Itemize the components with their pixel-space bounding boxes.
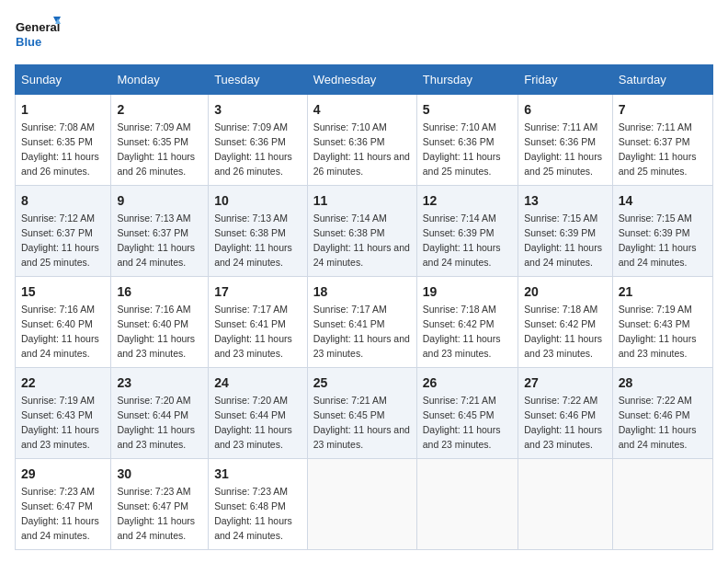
- day-cell: 12Sunrise: 7:14 AMSunset: 6:39 PMDayligh…: [416, 186, 518, 277]
- day-info: Sunrise: 7:16 AMSunset: 6:40 PMDaylight:…: [21, 304, 99, 359]
- day-number: 17: [214, 282, 301, 301]
- day-info: Sunrise: 7:22 AMSunset: 6:46 PMDaylight:…: [524, 395, 602, 450]
- day-number: 13: [524, 191, 606, 210]
- day-number: 31: [214, 465, 301, 483]
- day-number: 19: [423, 282, 512, 301]
- day-number: 10: [214, 191, 301, 210]
- calendar-table: SundayMondayTuesdayWednesdayThursdayFrid…: [15, 64, 713, 550]
- day-info: Sunrise: 7:10 AMSunset: 6:36 PMDaylight:…: [423, 121, 501, 177]
- day-cell: 9Sunrise: 7:13 AMSunset: 6:37 PMDaylight…: [111, 186, 209, 277]
- day-cell: 27Sunrise: 7:22 AMSunset: 6:46 PMDayligh…: [518, 368, 612, 459]
- day-cell: [518, 459, 612, 550]
- day-cell: 28Sunrise: 7:22 AMSunset: 6:46 PMDayligh…: [612, 368, 712, 459]
- day-cell: 5Sunrise: 7:10 AMSunset: 6:36 PMDaylight…: [416, 95, 518, 186]
- day-number: 3: [214, 100, 301, 119]
- day-info: Sunrise: 7:18 AMSunset: 6:42 PMDaylight:…: [423, 304, 501, 359]
- day-number: 26: [423, 373, 512, 392]
- day-info: Sunrise: 7:21 AMSunset: 6:45 PMDaylight:…: [313, 395, 410, 450]
- col-header-monday: Monday: [111, 65, 209, 95]
- day-number: 30: [117, 465, 202, 483]
- day-cell: [307, 459, 416, 550]
- day-cell: 23Sunrise: 7:20 AMSunset: 6:44 PMDayligh…: [111, 368, 209, 459]
- day-info: Sunrise: 7:09 AMSunset: 6:36 PMDaylight:…: [214, 121, 292, 177]
- week-row-2: 8Sunrise: 7:12 AMSunset: 6:37 PMDaylight…: [16, 186, 713, 277]
- day-info: Sunrise: 7:23 AMSunset: 6:47 PMDaylight:…: [21, 486, 99, 541]
- day-info: Sunrise: 7:10 AMSunset: 6:36 PMDaylight:…: [313, 121, 410, 177]
- day-cell: 15Sunrise: 7:16 AMSunset: 6:40 PMDayligh…: [16, 277, 111, 368]
- day-info: Sunrise: 7:14 AMSunset: 6:38 PMDaylight:…: [313, 213, 410, 268]
- day-number: 21: [619, 282, 707, 301]
- day-cell: 18Sunrise: 7:17 AMSunset: 6:41 PMDayligh…: [307, 277, 416, 368]
- day-cell: [416, 459, 518, 550]
- day-info: Sunrise: 7:18 AMSunset: 6:42 PMDaylight:…: [524, 304, 602, 359]
- col-header-friday: Friday: [518, 65, 612, 95]
- day-info: Sunrise: 7:14 AMSunset: 6:39 PMDaylight:…: [423, 213, 501, 268]
- day-cell: 6Sunrise: 7:11 AMSunset: 6:36 PMDaylight…: [518, 95, 612, 186]
- day-cell: 8Sunrise: 7:12 AMSunset: 6:37 PMDaylight…: [16, 186, 111, 277]
- day-cell: 16Sunrise: 7:16 AMSunset: 6:40 PMDayligh…: [111, 277, 209, 368]
- day-cell: 19Sunrise: 7:18 AMSunset: 6:42 PMDayligh…: [416, 277, 518, 368]
- day-cell: [612, 459, 712, 550]
- day-number: 28: [619, 373, 707, 392]
- day-number: 5: [423, 100, 512, 119]
- day-cell: 29Sunrise: 7:23 AMSunset: 6:47 PMDayligh…: [16, 459, 111, 550]
- day-info: Sunrise: 7:15 AMSunset: 6:39 PMDaylight:…: [524, 213, 602, 268]
- day-info: Sunrise: 7:22 AMSunset: 6:46 PMDaylight:…: [619, 395, 697, 450]
- day-cell: 25Sunrise: 7:21 AMSunset: 6:45 PMDayligh…: [307, 368, 416, 459]
- day-info: Sunrise: 7:13 AMSunset: 6:38 PMDaylight:…: [214, 213, 292, 268]
- day-number: 1: [21, 100, 105, 119]
- day-number: 22: [21, 373, 105, 392]
- day-cell: 4Sunrise: 7:10 AMSunset: 6:36 PMDaylight…: [307, 95, 416, 186]
- day-cell: 30Sunrise: 7:23 AMSunset: 6:47 PMDayligh…: [111, 459, 209, 550]
- day-number: 16: [117, 282, 202, 301]
- day-number: 4: [313, 100, 411, 119]
- day-number: 20: [524, 282, 606, 301]
- day-number: 12: [423, 191, 512, 210]
- day-info: Sunrise: 7:12 AMSunset: 6:37 PMDaylight:…: [21, 213, 99, 268]
- day-info: Sunrise: 7:13 AMSunset: 6:37 PMDaylight:…: [117, 213, 195, 268]
- day-cell: 14Sunrise: 7:15 AMSunset: 6:39 PMDayligh…: [612, 186, 712, 277]
- day-cell: 7Sunrise: 7:11 AMSunset: 6:37 PMDaylight…: [612, 95, 712, 186]
- day-cell: 3Sunrise: 7:09 AMSunset: 6:36 PMDaylight…: [209, 95, 308, 186]
- week-row-4: 22Sunrise: 7:19 AMSunset: 6:43 PMDayligh…: [16, 368, 713, 459]
- svg-text:Blue: Blue: [16, 35, 41, 49]
- day-info: Sunrise: 7:11 AMSunset: 6:37 PMDaylight:…: [619, 121, 697, 177]
- day-number: 15: [21, 282, 105, 301]
- week-row-5: 29Sunrise: 7:23 AMSunset: 6:47 PMDayligh…: [16, 459, 713, 550]
- day-info: Sunrise: 7:21 AMSunset: 6:45 PMDaylight:…: [423, 395, 501, 450]
- day-number: 11: [313, 191, 411, 210]
- col-header-thursday: Thursday: [416, 65, 518, 95]
- day-number: 9: [117, 191, 202, 210]
- day-cell: 2Sunrise: 7:09 AMSunset: 6:35 PMDaylight…: [111, 95, 209, 186]
- day-number: 18: [313, 282, 411, 301]
- day-cell: 10Sunrise: 7:13 AMSunset: 6:38 PMDayligh…: [209, 186, 308, 277]
- day-info: Sunrise: 7:19 AMSunset: 6:43 PMDaylight:…: [619, 304, 697, 359]
- week-row-1: 1Sunrise: 7:08 AMSunset: 6:35 PMDaylight…: [16, 95, 713, 186]
- day-info: Sunrise: 7:19 AMSunset: 6:43 PMDaylight:…: [21, 395, 99, 450]
- day-number: 27: [524, 373, 606, 392]
- page-header: General Blue: [15, 15, 713, 53]
- day-info: Sunrise: 7:15 AMSunset: 6:39 PMDaylight:…: [619, 213, 697, 268]
- day-number: 23: [117, 373, 202, 392]
- day-cell: 1Sunrise: 7:08 AMSunset: 6:35 PMDaylight…: [16, 95, 111, 186]
- day-cell: 21Sunrise: 7:19 AMSunset: 6:43 PMDayligh…: [612, 277, 712, 368]
- week-row-3: 15Sunrise: 7:16 AMSunset: 6:40 PMDayligh…: [16, 277, 713, 368]
- day-number: 29: [21, 465, 105, 483]
- day-number: 8: [21, 191, 105, 210]
- day-cell: 11Sunrise: 7:14 AMSunset: 6:38 PMDayligh…: [307, 186, 416, 277]
- svg-text:General: General: [16, 20, 60, 34]
- day-number: 2: [117, 100, 202, 119]
- col-header-tuesday: Tuesday: [209, 65, 308, 95]
- col-header-saturday: Saturday: [612, 65, 712, 95]
- day-number: 24: [214, 373, 301, 392]
- day-cell: 17Sunrise: 7:17 AMSunset: 6:41 PMDayligh…: [209, 277, 308, 368]
- day-info: Sunrise: 7:09 AMSunset: 6:35 PMDaylight:…: [117, 121, 195, 177]
- day-info: Sunrise: 7:08 AMSunset: 6:35 PMDaylight:…: [21, 121, 99, 177]
- day-number: 7: [619, 100, 707, 119]
- day-info: Sunrise: 7:17 AMSunset: 6:41 PMDaylight:…: [214, 304, 292, 359]
- day-cell: 13Sunrise: 7:15 AMSunset: 6:39 PMDayligh…: [518, 186, 612, 277]
- header-row: SundayMondayTuesdayWednesdayThursdayFrid…: [16, 65, 713, 95]
- day-cell: 20Sunrise: 7:18 AMSunset: 6:42 PMDayligh…: [518, 277, 612, 368]
- day-cell: 24Sunrise: 7:20 AMSunset: 6:44 PMDayligh…: [209, 368, 308, 459]
- day-number: 25: [313, 373, 411, 392]
